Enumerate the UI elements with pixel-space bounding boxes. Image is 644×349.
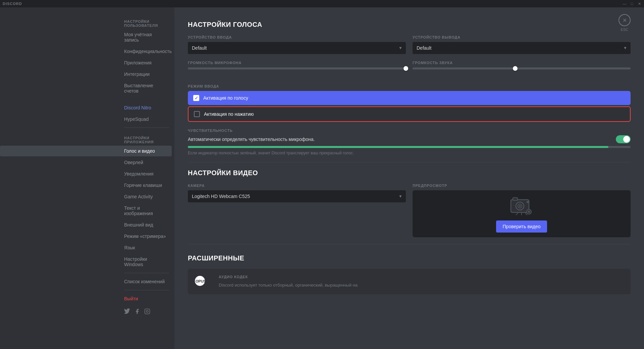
svg-rect-6 [527,201,529,203]
output-device-wrapper: Default ▼ [413,42,631,54]
social-icons [0,306,174,317]
camera-select-wrapper: Logitech HD Webcam C525 ▼ [188,190,406,202]
sidebar-item-logout[interactable]: Выйти [0,293,172,304]
checkbox-check-icon: ✓ [195,96,198,101]
voice-activation-option[interactable]: ✓ Активация по голосу [188,91,631,105]
sidebar-item-text[interactable]: Текст и изображения [0,203,172,219]
sound-volume-label: ГРОМКОСТЬ ЗВУКА [413,61,631,65]
input-device-col: УСТРОЙСТВО ВВОДА Default ▼ [188,35,406,54]
sidebar-item-streamer[interactable]: Режим «стримера» [0,231,172,242]
input-device-wrapper: Default ▼ [188,42,406,54]
auto-sensitivity-text: Автоматически определять чувствительност… [188,137,315,142]
sidebar-item-privacy[interactable]: Конфиденциальность [0,46,172,57]
divider-1 [188,162,631,162]
close-window-button[interactable]: ✕ [637,2,641,6]
main-content: ✕ ESC НАСТРОЙКИ ГОЛОСА УСТРОЙСТВО ВВОДА … [174,7,644,349]
sidebar-divider-1 [124,128,169,128]
instagram-icon[interactable] [144,308,150,314]
user-settings-label: НАСТРОЙКИ ПОЛЬЗОВАТЕЛЯ [0,14,174,29]
sidebar: НАСТРОЙКИ ПОЛЬЗОВАТЕЛЯ Моя учётная запис… [0,7,174,349]
output-device-col: УСТРОЙСТВО ВЫВОДА Default ▼ [413,35,631,54]
divider-2 [188,244,631,244]
titlebar: DISCORD — □ ✕ [0,0,644,7]
sidebar-item-apps[interactable]: Приложения [0,57,172,68]
sidebar-item-notifications[interactable]: Уведомления [0,168,172,179]
app-settings-label: НАСТРОЙКИ ПРИЛОЖЕНИЯ [0,131,174,145]
mic-volume-label: ГРОМКОСТЬ МИКРОФОНА [188,61,406,65]
input-device-label: УСТРОЙСТВО ВВОДА [188,35,406,39]
sensitivity-label: ЧУВСТВИТЕЛЬНОСТЬ [188,129,631,133]
toggle-knob [623,136,630,143]
sidebar-item-account[interactable]: Моя учётная запись [0,29,172,45]
sidebar-item-voice[interactable]: Голос и видео [0,146,172,156]
sidebar-divider-3 [124,290,169,290]
sidebar-item-language[interactable]: Язык [0,242,172,253]
facebook-icon[interactable] [134,308,140,314]
sidebar-item-changelog[interactable]: Список изменений [0,276,172,287]
codec-description: АУДИО КОДЕК Discord использует только от… [219,274,358,288]
input-mode-label: РЕЖИМ ВВОДА [188,84,631,88]
sidebar-item-game-activity[interactable]: Game Activity [0,191,172,202]
device-row: УСТРОЙСТВО ВВОДА Default ▼ УСТРОЙСТВО ВЫ… [188,35,631,54]
camera-label: КАМЕРА [188,184,406,188]
push-to-talk-checkbox[interactable] [194,111,200,117]
voice-settings-title: НАСТРОЙКИ ГОЛОСА [188,21,631,29]
voice-activation-label: Активация по голосу [203,95,248,101]
sidebar-item-integrations[interactable]: Интеграции [0,69,172,80]
sound-volume-col: ГРОМКОСТЬ ЗВУКА [413,61,631,69]
voice-settings-section: НАСТРОЙКИ ГОЛОСА УСТРОЙСТВО ВВОДА Defaul… [188,21,631,155]
sensitivity-section: ЧУВСТВИТЕЛЬНОСТЬ Автоматически определят… [188,129,631,155]
esc-label: ESC [621,28,628,32]
advanced-title: РАСШИРЕННЫЕ [188,254,631,262]
preview-label: ПРЕДПРОСМОТР [413,184,631,188]
codec-label: АУДИО КОДЕК [219,274,358,280]
auto-sensitivity-row: Автоматически определять чувствительност… [188,135,631,143]
video-settings-title: НАСТРОЙКИ ВИДЕО [188,169,631,177]
sidebar-item-billing[interactable]: Выставление счетов [0,80,172,96]
svg-rect-5 [513,198,518,200]
window-controls: — □ ✕ [623,2,641,6]
codec-row: OPUS АУДИО КОДЕК Discord использует толь… [188,269,631,294]
push-to-talk-label: Активация по нажатию [204,111,254,117]
volume-row: ГРОМКОСТЬ МИКРОФОНА ГРОМКОСТЬ ЗВУКА [188,61,631,78]
preview-col: ПРЕДПРОСМОТР [413,184,631,237]
mic-volume-col: ГРОМКОСТЬ МИКРОФОНА [188,61,406,69]
sidebar-item-hypesquad[interactable]: HypeSquad [0,114,172,124]
svg-point-7 [519,205,521,207]
svg-rect-0 [145,309,150,314]
sidebar-item-windows[interactable]: Настройки Windows [0,254,172,270]
sensitivity-fill [188,146,608,148]
mic-volume-track[interactable] [188,67,406,69]
camera-icon [508,195,535,216]
camera-select[interactable]: Logitech HD Webcam C525 [188,190,406,202]
close-button[interactable]: ✕ [619,14,631,26]
sensitivity-bar[interactable] [188,146,631,148]
push-to-talk-option[interactable]: Активация по нажатию [188,106,631,122]
sidebar-item-keybinds[interactable]: Горячие клавиши [0,180,172,191]
twitter-icon[interactable] [124,308,130,314]
input-mode-section: РЕЖИМ ВВОДА ✓ Активация по голосу Актива… [188,84,631,122]
camera-preview: Проверить видео [413,190,631,237]
sidebar-item-nitro[interactable]: Discord Nitro [0,102,172,113]
minimize-button[interactable]: — [623,2,627,6]
sidebar-item-overlay[interactable]: Оверлей [0,157,172,168]
sidebar-item-appearance[interactable]: Внешний вид [0,219,172,230]
video-row: КАМЕРА Logitech HD Webcam C525 ▼ ПРЕДПРО… [188,184,631,237]
app-container: НАСТРОЙКИ ПОЛЬЗОВАТЕЛЯ Моя учётная запис… [0,7,644,349]
voice-activation-checkbox[interactable]: ✓ [193,95,199,101]
check-video-button[interactable]: Проверить видео [496,220,547,233]
svg-text:OPUS: OPUS [196,279,206,283]
sound-volume-track[interactable] [413,67,631,69]
opus-logo: OPUS [193,274,213,289]
auto-sensitivity-toggle[interactable] [616,135,631,143]
sidebar-divider-2 [124,273,169,273]
camera-col: КАМЕРА Logitech HD Webcam C525 ▼ [188,184,406,202]
output-device-select[interactable]: Default [413,42,631,54]
svg-point-12 [528,211,530,213]
input-device-select[interactable]: Default [188,42,406,54]
maximize-button[interactable]: □ [630,2,634,6]
advanced-section: РАСШИРЕННЫЕ OPUS АУДИО КОДЕК Discord исп… [188,254,631,294]
video-settings-section: НАСТРОЙКИ ВИДЕО КАМЕРА Logitech HD Webca… [188,169,631,237]
sensitivity-hint: Если индикатор полностью зелёный, значит… [188,151,631,155]
output-device-label: УСТРОЙСТВО ВЫВОДА [413,35,631,39]
